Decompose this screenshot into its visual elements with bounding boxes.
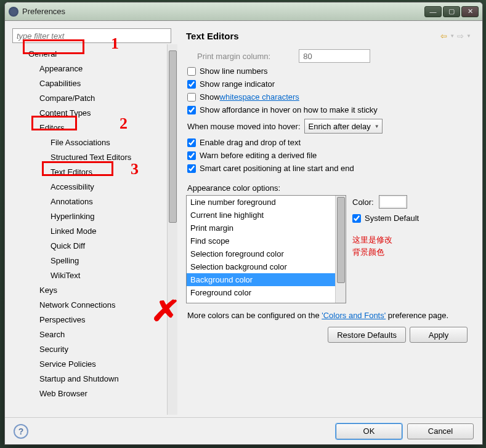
show-range-checkbox[interactable]: Show range indicator xyxy=(187,79,472,89)
color-label: Color: xyxy=(352,198,374,207)
minimize-button[interactable]: — xyxy=(424,6,442,17)
show-whitespace-box[interactable] xyxy=(187,93,196,102)
colors-fonts-link[interactable]: 'Colors and Fonts' xyxy=(322,311,386,320)
list-item[interactable]: Current line highlight xyxy=(187,209,335,222)
hover-dropdown[interactable]: Enrich after delay xyxy=(304,119,383,134)
warn-derived-box[interactable] xyxy=(187,151,196,160)
dialog-body: GeneralAppearanceCapabilitiesCompare/Pat… xyxy=(5,21,482,420)
tree-item[interactable]: Annotations xyxy=(15,194,167,209)
tree-item[interactable]: Startup and Shutdown xyxy=(15,372,167,386)
show-line-numbers-label: Show line numbers xyxy=(200,66,268,76)
tree-item[interactable]: Search xyxy=(15,327,167,342)
tree-item[interactable]: Perspectives xyxy=(15,313,167,327)
color-side-panel: Color: System Default 这里是修改 背景颜色 xyxy=(352,195,472,303)
tree-item[interactable]: Security xyxy=(15,342,167,357)
cancel-button[interactable]: Cancel xyxy=(407,423,474,439)
tree-item[interactable]: Quick Diff xyxy=(15,239,167,254)
list-item[interactable]: Hyperlink xyxy=(187,299,335,303)
enable-dnd-checkbox[interactable]: Enable drag and drop of text xyxy=(187,138,472,147)
show-line-numbers-box[interactable] xyxy=(187,67,196,76)
show-line-numbers-checkbox[interactable]: Show line numbers xyxy=(187,66,472,76)
tree-item[interactable]: Keys xyxy=(15,283,167,298)
tree-item[interactable]: Hyperlinking xyxy=(15,209,167,224)
whitespace-link[interactable]: whitespace characters xyxy=(220,92,299,102)
tree-item[interactable]: WikiText xyxy=(15,268,167,283)
close-button[interactable]: ✕ xyxy=(461,6,479,17)
tree-item[interactable]: File Associations xyxy=(15,135,167,150)
back-arrow-icon[interactable]: ⇦ xyxy=(440,31,447,41)
tree-item[interactable]: Spelling xyxy=(15,254,167,268)
show-affordance-box[interactable] xyxy=(187,106,196,114)
list-item[interactable]: Foreground color xyxy=(187,286,335,299)
show-range-box[interactable] xyxy=(187,80,196,89)
enable-dnd-box[interactable] xyxy=(187,138,196,147)
scroll-thumb[interactable] xyxy=(169,50,177,223)
warn-derived-checkbox[interactable]: Warn before editing a derived file xyxy=(187,151,472,160)
tree-item[interactable]: General xyxy=(15,47,167,62)
warn-derived-label: Warn before editing a derived file xyxy=(200,151,317,160)
tree-item[interactable]: Accessibility xyxy=(15,180,167,194)
maximize-button[interactable]: ▢ xyxy=(443,6,460,17)
color-listbox[interactable]: Line number foregroundCurrent line highl… xyxy=(186,195,346,303)
annotation-note: 这里是修改 背景颜色 xyxy=(352,234,472,258)
color-list-items: Line number foregroundCurrent line highl… xyxy=(187,196,335,303)
apply-button[interactable]: Apply xyxy=(410,327,468,343)
appearance-label: Appearance color options: xyxy=(187,183,472,193)
list-scroll-thumb[interactable] xyxy=(337,197,345,283)
tree-item[interactable]: Compare/Patch xyxy=(15,91,167,106)
system-default-checkbox[interactable]: System Default xyxy=(352,214,472,223)
preferences-window: Preferences — ▢ ✕ GeneralAppearanceCapab… xyxy=(4,2,483,445)
list-item[interactable]: Background color xyxy=(187,273,335,286)
list-item[interactable]: Print margin xyxy=(187,222,335,234)
list-item[interactable]: Selection background color xyxy=(187,260,335,273)
footer-buttons: OK Cancel xyxy=(336,423,474,439)
list-item[interactable]: Line number foreground xyxy=(187,196,335,209)
tree-item[interactable]: Linked Mode xyxy=(15,224,167,239)
print-margin-label: Print margin column: xyxy=(197,52,270,61)
tree-item[interactable]: Appearance xyxy=(15,62,167,76)
tree-container: GeneralAppearanceCapabilitiesCompare/Pat… xyxy=(10,44,177,415)
show-whitespace-checkbox[interactable]: Show whitespace characters xyxy=(187,92,472,102)
tree-item[interactable]: Web Browser xyxy=(15,386,167,401)
tree-item[interactable]: Editors xyxy=(15,121,167,135)
tree-item[interactable]: Capabilities xyxy=(15,76,167,91)
smart-caret-box[interactable] xyxy=(187,164,196,173)
left-pane: GeneralAppearanceCapabilitiesCompare/Pat… xyxy=(10,26,177,415)
tree-item[interactable]: Content Types xyxy=(15,106,167,121)
preferences-tree[interactable]: GeneralAppearanceCapabilitiesCompare/Pat… xyxy=(10,44,167,415)
show-affordance-label: Show affordance in hover on how to make … xyxy=(200,105,378,114)
annotation-note-line2: 背景颜色 xyxy=(352,246,472,258)
restore-defaults-button[interactable]: Restore Defaults xyxy=(328,327,406,343)
help-icon[interactable]: ? xyxy=(14,424,28,439)
show-range-label: Show range indicator xyxy=(200,79,275,89)
more-suffix: preference page. xyxy=(386,311,448,320)
list-scrollbar[interactable] xyxy=(335,196,346,303)
forward-arrow-icon[interactable]: ⇨ xyxy=(457,31,464,41)
dialog-footer: ? OK Cancel xyxy=(5,417,482,444)
smart-caret-checkbox[interactable]: Smart caret positioning at line start an… xyxy=(187,164,472,173)
hover-label: When mouse moved into hover: xyxy=(187,122,301,131)
print-margin-row: Print margin column: xyxy=(186,49,472,63)
window-title: Preferences xyxy=(22,7,423,16)
more-prefix: More colors can be configured on the xyxy=(187,311,322,320)
list-item[interactable]: Find scope xyxy=(187,234,335,247)
filter-input[interactable] xyxy=(12,28,171,43)
tree-item[interactable]: Text Editors xyxy=(15,165,167,180)
show-affordance-checkbox[interactable]: Show affordance in hover on how to make … xyxy=(187,105,472,114)
tree-item[interactable]: Network Connections xyxy=(15,298,167,313)
show-whitespace-prefix: Show xyxy=(200,92,220,102)
hover-row: When mouse moved into hover: Enrich afte… xyxy=(187,119,472,134)
list-item[interactable]: Selection foreground color xyxy=(187,247,335,260)
smart-caret-label: Smart caret positioning at line start an… xyxy=(200,164,354,173)
color-swatch-button[interactable] xyxy=(379,195,407,209)
titlebar[interactable]: Preferences — ▢ ✕ xyxy=(5,2,482,21)
print-margin-input[interactable] xyxy=(299,49,370,63)
forward-dropdown-icon[interactable]: ▼ xyxy=(466,33,471,39)
appearance-color-panel: Line number foregroundCurrent line highl… xyxy=(186,195,472,303)
tree-item[interactable]: Service Policies xyxy=(15,357,167,372)
tree-scrollbar[interactable] xyxy=(167,44,177,415)
back-dropdown-icon[interactable]: ▼ xyxy=(450,33,455,39)
ok-button[interactable]: OK xyxy=(336,423,402,439)
tree-item[interactable]: Structured Text Editors xyxy=(15,150,167,165)
system-default-box[interactable] xyxy=(352,214,361,223)
